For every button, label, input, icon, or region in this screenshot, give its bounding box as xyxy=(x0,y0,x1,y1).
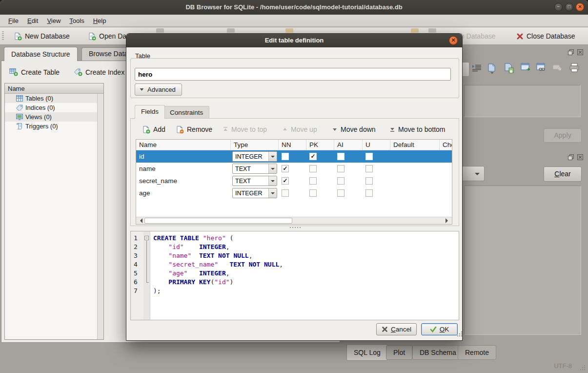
nn-checkbox[interactable]: ✓ xyxy=(282,165,289,172)
field-row-name[interactable]: nameTEXT✓ xyxy=(136,163,452,175)
menu-view[interactable]: View xyxy=(42,16,65,26)
pk-checkbox[interactable] xyxy=(309,165,317,172)
column-header-ai[interactable]: AI xyxy=(334,140,363,150)
tree-header-name[interactable]: Name xyxy=(5,83,103,94)
dialog-tab-constraints[interactable]: Constraints xyxy=(163,106,209,119)
pk-checkbox[interactable] xyxy=(309,177,317,185)
column-header-name[interactable]: Name xyxy=(136,140,231,150)
close-button-icon[interactable]: ✕ xyxy=(576,3,584,11)
column-header-type[interactable]: Type xyxy=(231,140,279,150)
bottom-tab-sql-log[interactable]: SQL Log xyxy=(346,344,388,361)
bottom-tab-plot[interactable]: Plot xyxy=(386,345,412,360)
window-resize-grip[interactable] xyxy=(580,365,581,366)
type-combobox[interactable]: INTEGER xyxy=(232,188,277,198)
field-row-age[interactable]: ageINTEGER xyxy=(136,187,452,199)
move-up-button[interactable]: Move up xyxy=(279,123,320,136)
tree-scrollbar[interactable] xyxy=(97,94,103,339)
default-cell[interactable] xyxy=(390,175,440,187)
field-row-id[interactable]: idINTEGER✓ xyxy=(136,150,452,163)
ai-checkbox[interactable] xyxy=(337,153,345,160)
column-header-default[interactable]: Default xyxy=(390,140,440,150)
check-cell[interactable] xyxy=(440,150,452,163)
dialog-close-icon[interactable]: ✕ xyxy=(449,36,458,45)
ok-button[interactable]: OK xyxy=(421,323,458,335)
field-row-secret-name[interactable]: secret_nameTEXT✓ xyxy=(136,175,452,187)
print-button[interactable] xyxy=(569,63,582,76)
toolbar-drag-handle[interactable] xyxy=(2,31,4,41)
bottom-tab-remote[interactable]: Remote xyxy=(458,345,496,360)
move-down-button[interactable]: Move down xyxy=(329,123,379,136)
nn-checkbox[interactable] xyxy=(282,189,289,197)
menu-file[interactable]: File xyxy=(4,16,23,26)
link-cell-button[interactable] xyxy=(536,63,549,76)
type-combobox[interactable]: TEXT xyxy=(232,164,277,174)
column-header-check[interactable]: Check xyxy=(440,140,452,150)
tab-database-structure[interactable]: Database Structure xyxy=(4,47,78,61)
clear-button[interactable]: Clear xyxy=(544,166,582,182)
u-checkbox[interactable] xyxy=(365,177,373,185)
scroll-right-icon[interactable] xyxy=(446,218,450,223)
type-combobox[interactable]: INTEGER xyxy=(232,151,277,162)
default-cell[interactable] xyxy=(390,187,440,199)
dialog-title[interactable]: Edit table definition xyxy=(126,34,462,47)
import-data-button[interactable] xyxy=(487,63,499,76)
sql-log-area[interactable] xyxy=(464,186,581,335)
field-name-cell[interactable]: name xyxy=(136,163,231,175)
column-header-nn[interactable]: NN xyxy=(279,140,306,150)
dialog-splitter[interactable] xyxy=(287,227,288,228)
apply-cell-button[interactable] xyxy=(521,63,533,76)
edit-mode-button[interactable] xyxy=(471,63,484,76)
dialog-resize-grip[interactable] xyxy=(457,332,458,332)
check-cell[interactable] xyxy=(440,163,452,175)
column-header-pk[interactable]: PK xyxy=(306,140,334,150)
sql-code[interactable]: CREATE TABLE "hero" ( "id" INTEGER, "nam… xyxy=(150,231,459,320)
move-to-top-button[interactable]: Move to top xyxy=(220,123,270,136)
u-checkbox[interactable] xyxy=(365,189,373,197)
check-cell[interactable] xyxy=(440,187,452,199)
fields-hscrollbar[interactable] xyxy=(136,217,452,224)
ai-checkbox[interactable] xyxy=(337,189,345,197)
minimize-button-icon[interactable]: − xyxy=(554,3,563,11)
column-header-u[interactable]: U xyxy=(363,140,390,150)
default-cell[interactable] xyxy=(390,150,440,163)
create-table-button[interactable]: Create Table xyxy=(5,65,63,79)
scroll-left-icon[interactable] xyxy=(138,218,142,223)
type-combobox[interactable]: TEXT xyxy=(232,176,277,186)
menu-help[interactable]: Help xyxy=(89,16,111,26)
move-to-bottom-button[interactable]: Move to bottom xyxy=(386,123,448,136)
dock2-close-icon[interactable] xyxy=(577,154,585,161)
scrollbar-thumb[interactable] xyxy=(144,218,292,224)
u-checkbox[interactable] xyxy=(365,165,373,172)
tree-item-views-0[interactable]: Views (0) xyxy=(5,112,103,122)
advanced-button[interactable]: Advanced xyxy=(135,83,182,96)
tree-item-tables-0[interactable]: Tables (0) xyxy=(5,94,103,103)
ai-checkbox[interactable] xyxy=(337,165,345,172)
nn-checkbox[interactable] xyxy=(282,153,289,160)
field-name-cell[interactable]: secret_name xyxy=(136,175,231,187)
nn-checkbox[interactable]: ✓ xyxy=(282,177,289,185)
cancel-button[interactable]: Cancel xyxy=(376,323,417,335)
export-data-button[interactable] xyxy=(504,63,516,76)
menu-edit[interactable]: Edit xyxy=(23,16,42,26)
u-checkbox[interactable] xyxy=(365,153,373,160)
dock2-float-icon[interactable] xyxy=(568,154,575,161)
table-name-input[interactable] xyxy=(135,68,451,81)
fold-collapse-icon[interactable]: − xyxy=(144,236,149,240)
dock-close-icon[interactable] xyxy=(577,49,585,56)
default-cell[interactable] xyxy=(390,163,440,175)
dialog-tab-fields[interactable]: Fields xyxy=(135,105,165,119)
tree-item-indices-0[interactable]: Indices (0) xyxy=(5,103,103,112)
dock-float-icon[interactable] xyxy=(568,49,575,56)
field-name-cell[interactable]: age xyxy=(136,187,231,199)
ai-checkbox[interactable] xyxy=(337,177,345,185)
check-cell[interactable] xyxy=(440,175,452,187)
field-name-cell[interactable]: id xyxy=(136,150,231,163)
maximize-button-icon[interactable]: □ xyxy=(565,3,573,11)
toolbar-item-close-database[interactable]: Close Database xyxy=(512,29,579,43)
tree-item-triggers-0[interactable]: Triggers (0) xyxy=(5,122,103,131)
bottom-tab-db-schema[interactable]: DB Schema xyxy=(412,345,464,360)
create-index-button[interactable]: Create Index xyxy=(70,65,128,79)
cell-editor-area[interactable] xyxy=(464,85,581,117)
apply-button[interactable]: Apply xyxy=(544,128,582,143)
pk-checkbox[interactable]: ✓ xyxy=(309,153,317,160)
